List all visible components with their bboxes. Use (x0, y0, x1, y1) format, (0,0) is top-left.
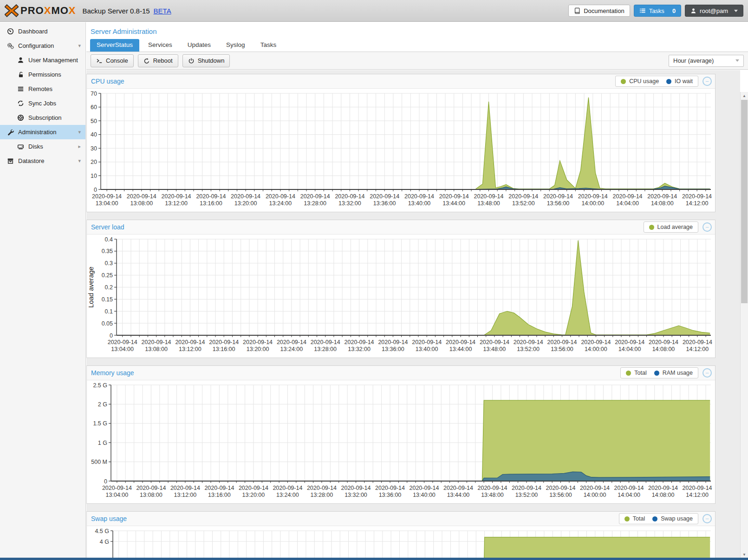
sidebar-item-label: User Management (28, 57, 78, 64)
tab-tasks[interactable]: Tasks (254, 39, 283, 52)
svg-text:13:48:00: 13:48:00 (483, 346, 506, 352)
unlock-icon (16, 71, 25, 78)
svg-text:14:08:00: 14:08:00 (652, 492, 675, 498)
sidebar-item-label: Datastore (18, 157, 44, 164)
scroll-down-arrow[interactable]: ▼ (741, 552, 748, 558)
tasks-button[interactable]: Tasks 0 (634, 5, 681, 17)
console-button[interactable]: Console (91, 54, 134, 67)
sidebar-item-subscription[interactable]: Subscription (0, 111, 85, 125)
svg-text:13:44:00: 13:44:00 (447, 492, 470, 498)
svg-text:13:28:00: 13:28:00 (314, 346, 337, 352)
svg-text:13:36:00: 13:36:00 (382, 346, 404, 352)
terminal-icon (96, 58, 103, 64)
sidebar-item-remotes[interactable]: Remotes (0, 82, 85, 96)
legend-item[interactable]: RAM usage (654, 370, 693, 376)
panel-title: Swap usage (91, 515, 619, 522)
sidebar-item-administration[interactable]: Administration▾ (0, 125, 85, 139)
svg-text:13:36:00: 13:36:00 (373, 200, 396, 207)
user-menu-button[interactable]: root@pam (685, 5, 743, 17)
wrench-icon (6, 129, 15, 136)
shutdown-button[interactable]: Shutdown (182, 54, 230, 67)
svg-text:2020-09-14: 2020-09-14 (273, 485, 302, 491)
legend-item[interactable]: Load average (649, 224, 693, 230)
legend-item[interactable]: CPU usage (621, 78, 659, 85)
bottom-edge (0, 558, 748, 560)
legend-item[interactable]: Total (624, 515, 645, 522)
scroll-up-arrow[interactable]: ▲ (741, 93, 748, 99)
svg-text:13:04:00: 13:04:00 (111, 346, 134, 352)
logo-text: PROXMOX (20, 5, 76, 17)
svg-text:2020-09-14: 2020-09-14 (243, 339, 273, 345)
logo-letter: MO (51, 5, 68, 16)
svg-text:0.15: 0.15 (102, 296, 113, 303)
sidebar-item-datastore[interactable]: Datastore▾ (0, 154, 85, 168)
legend-item[interactable]: Swap usage (652, 515, 693, 522)
chart-cpu-usage: 0102030405060702020-09-1413:04:002020-09… (87, 89, 715, 210)
collapse-panel-icon[interactable]: − (702, 222, 712, 232)
svg-text:13:08:00: 13:08:00 (145, 346, 168, 352)
svg-text:13:44:00: 13:44:00 (442, 200, 465, 207)
user-icon (16, 57, 25, 64)
svg-text:1.5 G: 1.5 G (93, 420, 107, 427)
svg-text:2020-09-14: 2020-09-14 (404, 193, 434, 200)
svg-text:13:12:00: 13:12:00 (165, 200, 188, 207)
svg-text:50: 50 (91, 118, 97, 124)
legend-item[interactable]: Total (626, 370, 646, 376)
reboot-button[interactable]: Reboot (138, 54, 178, 67)
svg-text:13:24:00: 13:24:00 (280, 346, 303, 352)
svg-text:0: 0 (94, 187, 97, 193)
tab-syslog[interactable]: Syslog (220, 39, 252, 52)
collapse-panel-icon[interactable]: − (702, 368, 712, 378)
scrollbar-thumb[interactable] (741, 100, 748, 303)
svg-text:2020-09-14: 2020-09-14 (196, 193, 226, 200)
logo-letter: PRO (20, 5, 44, 16)
svg-text:Load average: Load average (87, 267, 95, 308)
sidebar-item-disks[interactable]: Disks▸ (0, 139, 85, 154)
timeframe-select[interactable]: Hour (average) (669, 55, 744, 67)
svg-text:13:28:00: 13:28:00 (311, 492, 333, 498)
sidebar-item-sync-jobs[interactable]: Sync Jobs (0, 96, 85, 111)
svg-text:2020-09-14: 2020-09-14 (277, 339, 306, 345)
sidebar-item-label: Configuration (18, 42, 54, 49)
svg-text:2020-09-14: 2020-09-14 (649, 339, 678, 345)
svg-text:2020-09-14: 2020-09-14 (614, 485, 644, 491)
svg-text:2020-09-14: 2020-09-14 (378, 339, 408, 345)
svg-text:2020-09-14: 2020-09-14 (474, 193, 504, 200)
collapse-panel-icon[interactable]: − (702, 77, 712, 86)
tab-bar: ServerStatusServicesUpdatesSyslogTasks (86, 38, 748, 52)
sidebar-item-label: Subscription (28, 114, 62, 121)
svg-text:2020-09-14: 2020-09-14 (370, 193, 399, 200)
svg-text:2020-09-14: 2020-09-14 (410, 485, 439, 491)
sidebar-item-permissions[interactable]: Permissions (0, 67, 85, 82)
legend-item[interactable]: IO wait (666, 78, 693, 85)
svg-text:0.2: 0.2 (105, 284, 113, 291)
sidebar-item-dashboard[interactable]: Dashboard (0, 24, 85, 39)
svg-text:2020-09-14: 2020-09-14 (335, 193, 364, 200)
toolbar: Console Reboot Shutdown Hour (average) (86, 52, 748, 70)
documentation-button[interactable]: Documentation (568, 5, 630, 17)
svg-text:13:04:00: 13:04:00 (106, 492, 129, 498)
collapse-panel-icon[interactable]: − (702, 514, 712, 523)
tab-updates[interactable]: Updates (181, 39, 217, 52)
tab-services[interactable]: Services (142, 39, 179, 52)
svg-text:13:48:00: 13:48:00 (481, 492, 504, 498)
sidebar-item-user-management[interactable]: User Management (0, 53, 85, 67)
svg-text:13:12:00: 13:12:00 (179, 346, 202, 352)
panel-memory-usage: Memory usageTotalRAM usage−0500 M1 G1.5 … (86, 365, 715, 504)
beta-link[interactable]: BETA (154, 7, 171, 15)
main-area: Server Administration ServerStatusServic… (86, 22, 748, 560)
svg-text:13:16:00: 13:16:00 (213, 346, 235, 352)
svg-text:13:44:00: 13:44:00 (449, 346, 472, 352)
svg-text:0.25: 0.25 (102, 272, 113, 279)
svg-text:13:24:00: 13:24:00 (276, 492, 299, 498)
vertical-scrollbar[interactable]: ▲ ▼ (740, 92, 748, 560)
chevron-down-icon: ▾ (78, 43, 81, 49)
sidebar-item-configuration[interactable]: Configuration▾ (0, 39, 85, 53)
legend-dot-icon (626, 371, 631, 376)
svg-text:0: 0 (110, 332, 113, 339)
disk-icon (16, 143, 25, 150)
proxmox-logo: PROXMOX (5, 4, 76, 18)
svg-text:13:20:00: 13:20:00 (242, 492, 265, 498)
tab-serverstatus[interactable]: ServerStatus (90, 39, 139, 52)
svg-text:14:12:00: 14:12:00 (686, 200, 709, 207)
